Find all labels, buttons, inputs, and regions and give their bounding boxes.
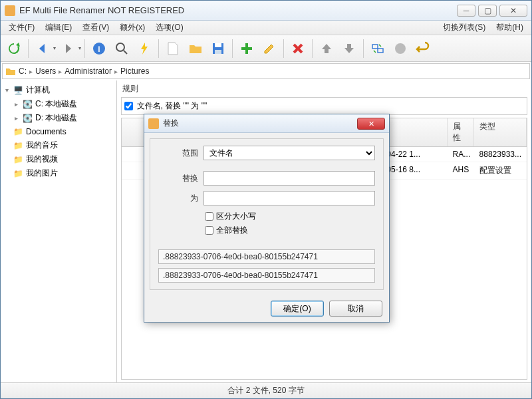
undo-button[interactable] [412, 38, 434, 59]
search-button[interactable] [111, 38, 132, 59]
tree-computer[interactable]: ▾🖥️计算机 [3, 83, 114, 97]
with-input[interactable] [203, 191, 375, 205]
all-label: 全部替换 [216, 225, 248, 236]
add-button[interactable] [236, 38, 257, 59]
svg-text:i: i [98, 45, 100, 54]
breadcrumb[interactable]: C:▸ Users▸ Administrator▸ Pictures [2, 63, 530, 79]
svg-line-3 [124, 51, 127, 54]
tree-label: 我的音乐 [26, 140, 58, 151]
minimize-button[interactable]: ─ [457, 5, 475, 17]
maximize-button[interactable]: ▢ [478, 5, 497, 17]
preview-after: .88823933-0706-4e0d-bea0-80155b247471 [158, 268, 375, 283]
lightning-button[interactable] [134, 38, 155, 59]
svg-point-9 [395, 43, 406, 54]
back-button[interactable] [32, 38, 53, 59]
tree-label: 我的视频 [26, 154, 58, 165]
rule-text: 文件名, 替换 "" 为 "" [137, 100, 207, 112]
svg-point-2 [116, 43, 124, 51]
scope-label: 范围 [158, 148, 198, 159]
tree-label: 计算机 [26, 84, 50, 96]
sidebar: ▾🖥️计算机 ▸💽C: 本地磁盘 ▸💽D: 本地磁盘 📁Documents 📁我… [1, 80, 117, 382]
with-label: 为 [158, 193, 198, 204]
svg-rect-8 [378, 49, 383, 53]
case-label: 区分大小写 [216, 211, 256, 222]
tree-documents[interactable]: 📁Documents [3, 125, 114, 138]
replace-dialog: 替换 ✕ 范围 文件名 替换 为 区分大小写 全部替换 .88823933-07… [144, 114, 390, 323]
tree-label: D: 本地磁盘 [35, 112, 77, 124]
svg-rect-5 [215, 43, 221, 47]
tree-label: C: 本地磁盘 [35, 98, 77, 110]
dialog-icon [148, 118, 159, 129]
ok-button[interactable]: 确定(O) [271, 301, 324, 317]
replace-input[interactable] [203, 171, 375, 186]
chevron-down-icon[interactable]: ▾ [78, 45, 81, 51]
col-attr[interactable]: 属性 [448, 118, 474, 146]
path-seg[interactable]: Users [35, 66, 56, 76]
new-button[interactable] [162, 38, 184, 59]
menu-view[interactable]: 查看(V) [77, 21, 114, 35]
path-seg[interactable]: Administrator [65, 66, 112, 76]
scope-select[interactable]: 文件名 [203, 146, 375, 160]
menu-file[interactable]: 文件(F) [3, 21, 40, 35]
dialog-close-button[interactable]: ✕ [357, 118, 385, 130]
tree-music[interactable]: 📁我的音乐 [3, 138, 114, 152]
preview-before: .88823933-0706-4e0d-bea0-80155b247471 [158, 249, 375, 264]
up-button[interactable] [316, 38, 337, 59]
toolbar: ▾ ▾ i [1, 35, 531, 62]
menu-switchlist[interactable]: 切换列表(S) [438, 21, 491, 35]
folder-icon [5, 66, 16, 76]
titlebar: EF Multi File Renamer NOT REGISTERED ─ ▢… [1, 1, 531, 21]
tree-disk-d[interactable]: ▸💽D: 本地磁盘 [3, 111, 114, 125]
chevron-down-icon[interactable]: ▾ [53, 45, 56, 51]
save-button[interactable] [207, 38, 229, 59]
refresh-button[interactable] [3, 38, 25, 59]
tree-video[interactable]: 📁我的视频 [3, 152, 114, 166]
all-checkbox[interactable] [205, 226, 213, 235]
dialog-title: 替换 [163, 118, 357, 129]
menu-edit[interactable]: 编辑(E) [40, 21, 77, 35]
menubar: 文件(F) 编辑(E) 查看(V) 额外(x) 选项(O) 切换列表(S) 帮助… [1, 21, 531, 35]
tree-disk-c[interactable]: ▸💽C: 本地磁盘 [3, 97, 114, 111]
cancel-button[interactable]: 取消 [329, 301, 382, 317]
rule-checkbox[interactable] [124, 102, 133, 110]
open-button[interactable] [185, 38, 206, 59]
tree-pictures[interactable]: 📁我的图片 [3, 166, 114, 180]
dialog-titlebar[interactable]: 替换 ✕ [144, 114, 389, 133]
swap-button[interactable] [367, 38, 388, 59]
delete-button[interactable] [287, 38, 309, 59]
menu-options[interactable]: 选项(O) [150, 21, 188, 35]
edit-button[interactable] [259, 38, 280, 59]
app-icon [5, 5, 15, 16]
menu-help[interactable]: 帮助(H) [491, 21, 529, 35]
window-title: EF Multi File Renamer NOT REGISTERED [19, 5, 457, 15]
menu-extra[interactable]: 额外(x) [114, 21, 150, 35]
replace-label: 替换 [158, 173, 198, 184]
tree-label: Documents [26, 127, 66, 136]
rules-box[interactable]: 文件名, 替换 "" 为 "" [121, 97, 527, 115]
col-type[interactable]: 类型 [474, 118, 527, 146]
tree-label: 我的图片 [26, 168, 58, 179]
stop-button[interactable] [390, 38, 411, 59]
statusbar: 合计 2 文件, 520 字节 [1, 382, 531, 398]
down-button[interactable] [338, 38, 360, 59]
status-text: 合计 2 文件, 520 字节 [227, 385, 304, 396]
path-seg[interactable]: C: [19, 66, 27, 76]
svg-rect-7 [372, 45, 378, 49]
path-seg[interactable]: Pictures [120, 66, 149, 76]
rules-label: 规则 [117, 80, 531, 97]
svg-rect-6 [215, 50, 221, 54]
info-button[interactable]: i [88, 38, 110, 59]
case-checkbox[interactable] [205, 212, 213, 221]
forward-button[interactable] [57, 38, 78, 59]
close-button[interactable]: ✕ [499, 5, 527, 17]
